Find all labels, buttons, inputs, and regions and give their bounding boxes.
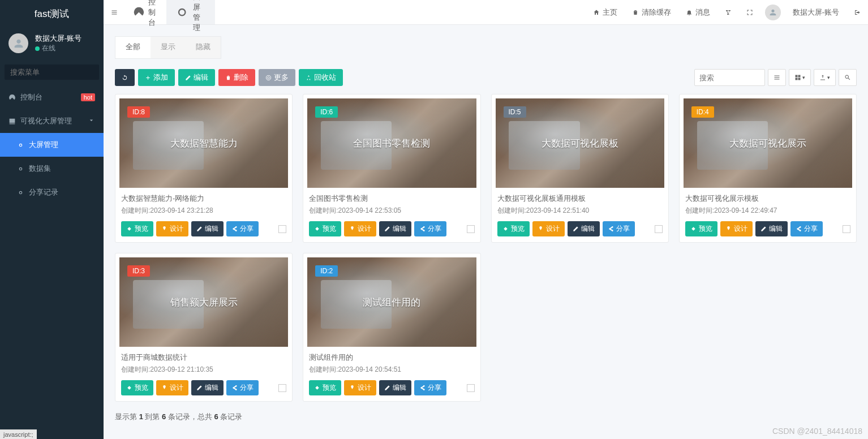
design-button[interactable]: 设计 [720,221,753,236]
card-edit-button[interactable]: 编辑 [191,380,224,395]
card-actions: 预览设计编辑分享 [119,221,288,238]
search-input[interactable] [694,69,765,86]
menu-dashboard[interactable]: 控制台hot [0,85,104,109]
design-button[interactable]: 设计 [344,380,376,395]
share-button[interactable]: 分享 [414,221,446,236]
user-status: 在线 [35,44,81,53]
card-checkbox[interactable] [467,384,475,392]
hot-badge: hot [81,93,95,101]
edit-button[interactable]: 编辑 [178,69,215,86]
refresh-button[interactable] [115,69,135,86]
card: ID:4大数据可视化展示大数据可视化展示模板创建时间:2023-09-14 22… [679,94,857,243]
user-name: 数据大屏-账号 [35,33,81,44]
card-thumbnail[interactable]: ID:3销售额大屏展示 [119,257,288,347]
view-list-button[interactable] [768,69,786,86]
card-checkbox[interactable] [843,225,850,233]
card-time: 创建时间:2023-09-14 20:54:51 [307,365,476,380]
card-overlay-title: 销售额大屏展示 [170,296,238,309]
view-grid-button[interactable]: ▾ [789,69,811,86]
card-actions: 预览设计编辑分享 [496,221,664,238]
topbar-avatar[interactable] [765,5,781,20]
share-button[interactable]: 分享 [226,221,259,236]
filter-all[interactable]: 全部 [115,37,151,58]
user-avatar [8,33,28,53]
card-time: 创建时间:2023-09-14 23:21:28 [119,206,288,221]
design-button[interactable]: 设计 [344,221,376,236]
preview-button[interactable]: 预览 [309,380,341,395]
menu-share-log[interactable]: 分享记录 [0,180,104,204]
card-checkbox[interactable] [278,225,286,233]
share-button[interactable]: 分享 [603,221,635,236]
card-title: 适用于商城数据统计 [119,347,288,365]
sidebar-toggle[interactable] [104,0,125,24]
design-button[interactable]: 设计 [532,221,565,236]
card-overlay-title: 测试组件用的 [363,296,420,309]
menu-dataset[interactable]: 数据集 [0,157,104,180]
card: ID:6全国图书零售检测全国图书零售检测创建时间:2023-09-14 22:5… [303,94,480,243]
preview-button[interactable]: 预览 [121,221,153,236]
card-thumbnail[interactable]: ID:6全国图书零售检测 [307,98,476,188]
card: ID:8大数据智慧能力大数据智慧能力-网络能力创建时间:2023-09-14 2… [115,94,293,243]
sidebar-search-input[interactable] [10,68,105,76]
card: ID:2测试组件用的测试组件用的创建时间:2023-09-14 20:54:51… [303,253,480,402]
share-button[interactable]: 分享 [414,380,446,395]
topbar-username[interactable]: 数据大屏-账号 [785,0,846,24]
filter-show[interactable]: 显示 [151,37,186,58]
id-badge: ID:6 [315,106,338,118]
preview-button[interactable]: 预览 [309,221,341,236]
export-button[interactable]: ▾ [814,69,836,86]
design-button[interactable]: 设计 [156,380,188,395]
chevron-down-icon [88,117,95,126]
search-button[interactable] [839,69,857,86]
card: ID:3销售额大屏展示适用于商城数据统计创建时间:2023-09-12 21:1… [115,253,293,402]
card-checkbox[interactable] [278,384,286,392]
card-time: 创建时间:2023-09-14 22:51:40 [496,206,664,221]
preview-button[interactable]: 预览 [497,221,530,236]
card-grid: ID:8大数据智慧能力大数据智慧能力-网络能力创建时间:2023-09-14 2… [115,94,857,402]
preview-button[interactable]: 预览 [685,221,717,236]
tab-dashboard[interactable]: 控制台 [125,0,166,24]
card-checkbox[interactable] [467,225,475,233]
tab-screen-manage[interactable]: 大屏管理 [166,0,215,24]
sidebar-search[interactable] [5,64,99,80]
card-time: 创建时间:2023-09-14 22:49:47 [684,206,852,221]
sidebar: fast测试 数据大屏-账号 在线 控制台hot 可视化大屏管理 大屏管理 数据… [0,0,104,439]
card-thumbnail[interactable]: ID:4大数据可视化展示 [684,98,852,188]
design-button[interactable]: 设计 [156,221,188,236]
card-thumbnail[interactable]: ID:5大数据可视化展板 [496,98,664,188]
card-actions: 预览设计编辑分享 [684,221,852,238]
card-edit-button[interactable]: 编辑 [755,221,788,236]
nav-logout[interactable] [846,0,868,24]
card-edit-button[interactable]: 编辑 [568,221,600,236]
nav-home[interactable]: 主页 [586,0,625,24]
share-button[interactable]: 分享 [790,221,823,236]
content: 全部 显示 隐藏 添加 编辑 删除 更多 回收站 ▾ ▾ [104,25,868,439]
delete-button[interactable]: 删除 [218,69,255,86]
nav-fullscreen[interactable] [739,0,760,24]
svg-point-3 [179,9,185,15]
user-block[interactable]: 数据大屏-账号 在线 [0,28,104,59]
topbar: 控制台 大屏管理 主页 清除缓存 消息 数据大屏-账号 [104,0,868,25]
menu-viz-manage[interactable]: 可视化大屏管理 [0,109,104,133]
nav-clear-cache[interactable]: 清除缓存 [625,0,678,24]
card-thumbnail[interactable]: ID:8大数据智慧能力 [119,98,288,188]
more-button[interactable]: 更多 [259,69,295,86]
nav-lang[interactable] [717,0,739,24]
filter-hide[interactable]: 隐藏 [186,37,221,58]
recycle-button[interactable]: 回收站 [299,69,343,86]
card-edit-button[interactable]: 编辑 [379,221,411,236]
statusbar: javascript:; [0,429,37,439]
card-overlay-title: 大数据智慧能力 [170,137,238,150]
menu-screen-manage[interactable]: 大屏管理 [0,133,104,157]
add-button[interactable]: 添加 [138,69,175,86]
card-title: 大数据可视化展板通用模板 [496,188,664,206]
preview-button[interactable]: 预览 [121,380,153,395]
main-area: 控制台 大屏管理 主页 清除缓存 消息 数据大屏-账号 全部 显示 隐藏 [104,0,868,439]
card-title: 大数据可视化展示模板 [684,188,852,206]
card-checkbox[interactable] [655,225,663,233]
card-thumbnail[interactable]: ID:2测试组件用的 [307,257,476,347]
card-edit-button[interactable]: 编辑 [379,380,411,395]
nav-message[interactable]: 消息 [678,0,717,24]
card-edit-button[interactable]: 编辑 [191,221,224,236]
share-button[interactable]: 分享 [226,380,259,395]
